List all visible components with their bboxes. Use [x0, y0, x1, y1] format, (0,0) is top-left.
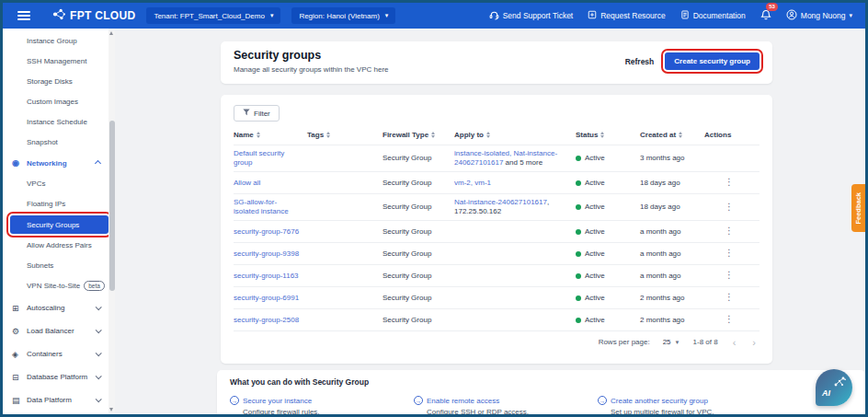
sg-name-link[interactable]: Allow all: [234, 179, 260, 187]
hamburger-menu-icon[interactable]: [17, 11, 30, 20]
scrollbar-thumb[interactable]: [109, 121, 115, 291]
rows-per-page-value: 25: [663, 338, 671, 346]
row-actions-kebab-icon[interactable]: ⋮: [721, 270, 737, 280]
apply-to-link[interactable]: vm-2, vm-1: [454, 179, 491, 187]
ai-molecule-icon: [832, 375, 847, 389]
row-actions-kebab-icon[interactable]: ⋮: [721, 226, 737, 236]
row-actions-kebab-icon[interactable]: ⋮: [721, 202, 737, 212]
column-label: Tags: [307, 131, 324, 139]
sidebar-subitem[interactable]: Subnets: [3, 256, 115, 275]
next-page-button[interactable]: ›: [750, 339, 758, 346]
column-header[interactable]: Status: [576, 131, 640, 139]
sg-name-link[interactable]: security-group-6991: [234, 294, 299, 302]
sg-name-link[interactable]: security-group-1163: [234, 272, 299, 280]
rows-per-page-select[interactable]: 25 ▼: [663, 338, 680, 346]
scroll-down-arrow[interactable]: [109, 408, 113, 411]
table-row: security-group-7676 Security Group Activ…: [234, 220, 760, 242]
column-header[interactable]: Name: [234, 131, 307, 139]
documentation-link[interactable]: Documentation: [680, 10, 746, 21]
notifications-bell[interactable]: 53: [760, 7, 771, 24]
sidebar-section[interactable]: ⊞ Autoscaling: [3, 296, 115, 319]
apply-to-cell: instance-isolated, Nat-instance-24062710…: [454, 149, 576, 168]
sidebar-section[interactable]: ⚙ Load Balancer: [3, 319, 115, 342]
sidebar-subitem[interactable]: Allow Address Pairs: [3, 236, 115, 255]
sort-icon[interactable]: [326, 132, 330, 138]
status-cell: Active: [576, 154, 640, 163]
sidebar-item[interactable]: SSH Management: [3, 51, 115, 71]
column-header[interactable]: Firewall Type: [383, 131, 454, 139]
actions-cell: ⋮: [704, 226, 760, 237]
column-header[interactable]: Apply to: [454, 131, 576, 139]
footer-item: → Create another security group Set up m…: [598, 396, 782, 416]
name-cell: Allow all: [234, 179, 307, 188]
scroll-up-arrow[interactable]: [109, 31, 113, 35]
sg-name-link[interactable]: security-group-7676: [234, 227, 299, 236]
sort-icon[interactable]: [486, 132, 490, 138]
user-menu[interactable]: Mong Nuong ▾: [786, 9, 852, 22]
sidebar-section[interactable]: ⊟ Database Platform: [3, 365, 115, 388]
status-cell: Active: [576, 203, 640, 212]
sg-name-link[interactable]: Default security group: [234, 149, 284, 167]
sidebar-subitem[interactable]: Security Groups: [10, 215, 108, 234]
create-security-group-button[interactable]: Create security group: [665, 52, 760, 70]
sort-icon[interactable]: [257, 132, 260, 138]
column-header[interactable]: Tags: [307, 131, 383, 139]
table-header-row: Name Tags Firewall Type Apply to: [234, 131, 760, 145]
sg-name-link[interactable]: security-group-9398: [234, 249, 299, 258]
sg-name-link[interactable]: security-group-2508: [234, 316, 299, 324]
table-row: security-group-2508 Security Group Activ…: [234, 308, 760, 330]
chevron-down-icon: [96, 327, 102, 333]
request-resource-link[interactable]: Request Resource: [588, 10, 665, 21]
sidebar-section-networking[interactable]: ◉ Networking: [3, 152, 115, 174]
refresh-button[interactable]: Refresh: [625, 57, 655, 66]
column-header[interactable]: Actions: [704, 131, 760, 139]
sidebar-item[interactable]: Instance Schedule: [3, 111, 115, 132]
tenant-dropdown[interactable]: Tenant: FPT_Smart_Cloud_Demo ▾: [146, 7, 280, 24]
sort-icon[interactable]: [431, 132, 435, 138]
ai-assistant-bubble[interactable]: AI: [816, 369, 852, 406]
send-support-ticket-link[interactable]: Send Support Ticket: [489, 10, 574, 22]
actions-cell: ⋮: [704, 293, 760, 303]
row-actions-kebab-icon[interactable]: ⋮: [721, 177, 737, 187]
sidebar-item[interactable]: Storage Disks: [3, 71, 115, 91]
status-label: Active: [585, 154, 605, 163]
sg-name-link[interactable]: SG-allow-for-isolated instance: [234, 198, 289, 215]
security-groups-table-card: Filter Name Tags Firewall Type: [221, 95, 772, 364]
column-label: Apply to: [454, 131, 484, 139]
section-label: Load Balancer: [27, 327, 74, 335]
status-dot: [576, 204, 581, 210]
column-label: Name: [234, 131, 254, 139]
sidebar-section[interactable]: ◈ Containers: [3, 342, 115, 365]
apply-to-link[interactable]: Nat-instance-240627101617: [454, 198, 547, 206]
row-actions-kebab-icon[interactable]: ⋮: [721, 292, 737, 302]
row-actions-kebab-icon[interactable]: ⋮: [721, 248, 737, 258]
sort-icon[interactable]: [600, 132, 604, 138]
footer-item-link[interactable]: Enable remote access: [427, 397, 499, 405]
row-actions-kebab-icon[interactable]: ⋮: [721, 314, 737, 324]
sidebar-subitem[interactable]: VPN Site-to-Site beta: [3, 276, 115, 295]
app-window: FPT CLOUD Tenant: FPT_Smart_Cloud_Demo ▾…: [0, 0, 868, 417]
section-label: Data Platform: [27, 396, 72, 404]
sidebar-scrollbar[interactable]: [108, 29, 115, 414]
created-at-cell: 18 days ago: [640, 203, 704, 212]
sidebar-subitem[interactable]: VPCs: [3, 174, 115, 193]
previous-page-button[interactable]: ‹: [731, 339, 738, 346]
networking-icon: ◉: [12, 158, 27, 168]
footer-item-link[interactable]: Create another security group: [611, 397, 708, 405]
section-icon: ▤: [12, 396, 27, 405]
sidebar-item[interactable]: Custom Images: [3, 91, 115, 111]
column-header[interactable]: Created at: [640, 131, 704, 139]
filter-button[interactable]: Filter: [234, 105, 280, 122]
feedback-tab[interactable]: Feedback: [851, 184, 865, 232]
section-icon: ◈: [12, 350, 27, 359]
sort-icon[interactable]: [679, 132, 682, 138]
name-cell: security-group-1163: [234, 272, 307, 281]
sidebar-item[interactable]: Instance Group: [3, 30, 115, 51]
fpt-cloud-logo[interactable]: FPT CLOUD: [52, 7, 135, 24]
sidebar-item[interactable]: Snapshot: [3, 132, 115, 152]
sidebar-section[interactable]: ▤ Data Platform: [3, 388, 115, 411]
footer-item-link[interactable]: Secure your instance: [243, 397, 312, 405]
region-dropdown[interactable]: Region: Hanoi (Vietnam) ▾: [291, 7, 395, 24]
sidebar-subitem[interactable]: Floating IPs: [3, 194, 115, 214]
sidebar-section[interactable]: ◎ AI Platform: [3, 411, 115, 414]
